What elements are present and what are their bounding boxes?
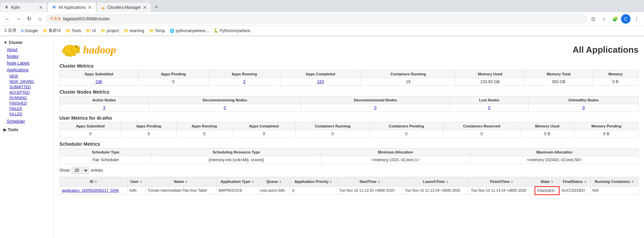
new-tab-button[interactable]: + — [151, 2, 161, 12]
sidebar-tools-toggle[interactable]: ▶ Tools — [0, 126, 54, 134]
th-user[interactable]: User ⇕ — [127, 177, 146, 187]
sidebar-cluster-toggle[interactable]: ▼ Cluster — [0, 39, 54, 46]
address-bar[interactable]: 不安全 bigdata003:8088/cluster — [46, 14, 587, 24]
forward-button[interactable]: → — [14, 14, 23, 24]
bookmark-learning[interactable]: 📁 learning — [122, 28, 146, 34]
sidebar-item-applications[interactable]: Applications — [0, 67, 54, 73]
th-launch-time-sort-icon: ⇕ — [446, 180, 448, 184]
home-button[interactable]: ⌂ — [35, 14, 45, 24]
sidebar-item-finished[interactable]: FINISHED — [0, 100, 54, 106]
tab-cloudera[interactable]: ☁ Cloudera Manager ✕ — [96, 2, 151, 12]
th-name-sort-icon: ⇕ — [185, 180, 188, 184]
bookmark-temp[interactable]: 📁 Temp — [148, 28, 166, 34]
bookmark-pythonanywhere2[interactable]: 🐍 PythonAnywhere — [212, 28, 252, 34]
val-apps-pending: 0 — [138, 78, 209, 86]
hadoop-logo: hadoop — [59, 40, 116, 60]
th-app-type[interactable]: Application Type ⇕ — [216, 177, 258, 187]
th-running-containers[interactable]: Running Containers ⇕ — [590, 177, 639, 187]
sidebar-item-accepted[interactable]: ACCEPTED — [0, 90, 54, 95]
show-entries-control: Show 10 20 25 50 100 entries — [59, 167, 639, 174]
bookmark-pythonanywhere[interactable]: 🌐 pythonanywhere... — [168, 28, 210, 34]
sidebar-item-new-saving[interactable]: NEW_SAVING — [0, 79, 54, 84]
th-launch-time-label: LaunchTime — [423, 180, 445, 184]
sidebar-item-node-labels[interactable]: Node Labels — [0, 60, 54, 67]
cluster-arrow-icon: ▼ — [3, 40, 7, 45]
th-state[interactable]: State ⇕ — [535, 177, 559, 187]
page-title: All Applications — [573, 45, 639, 55]
th-state-sort-icon: ⇕ — [551, 180, 553, 184]
applications-table: ID ⇕ User ⇕ Name ⇕ Application Type ⇕ — [59, 177, 639, 195]
sidebar-item-failed[interactable]: FAILED — [0, 106, 54, 111]
entries-select[interactable]: 10 20 25 50 100 — [72, 167, 89, 174]
th-queue[interactable]: Queue ⇕ — [258, 177, 290, 187]
app-id-link[interactable]: application_1604916505217_0246 — [62, 188, 119, 192]
col-memory-total: Memory Total — [524, 70, 592, 78]
bookmark-ui[interactable]: 📁 UI — [84, 28, 97, 34]
cell-running-containers: N/A — [590, 187, 639, 195]
col-user-apps-submitted: Apps Submitted — [60, 122, 121, 130]
folder-icon-2: 📁 — [66, 28, 71, 33]
bookmark-google[interactable]: G Google — [20, 28, 39, 34]
val-unhealthy-nodes[interactable]: 0 — [529, 104, 639, 112]
bookmark-cluster-ui[interactable]: 📁 集群UI — [41, 27, 62, 34]
tab-all-apps-close[interactable]: ✕ — [88, 5, 92, 10]
cluster-metrics-section: Cluster Metrics Apps Submitted Apps Pend… — [59, 63, 639, 86]
val-active-nodes[interactable]: 3 — [60, 104, 149, 112]
val-user-apps-completed: 0 — [232, 130, 296, 138]
val-decommissioned-nodes[interactable]: 0 — [301, 104, 449, 112]
val-lost-nodes[interactable]: 0 — [450, 104, 529, 112]
tab-kylin-close[interactable]: ✕ — [39, 5, 43, 10]
th-finish-time-sort-icon: ⇕ — [511, 180, 513, 184]
bookmarks-bar: ⠿ 应用 G Google 📁 集群UI 📁 Tools 📁 UI 📁 proj… — [0, 26, 644, 36]
google-icon: G — [21, 29, 24, 33]
th-app-type-sort-icon: ⇕ — [251, 180, 254, 184]
val-user-apps-submitted: 0 — [60, 130, 121, 138]
val-apps-running[interactable]: 3 — [209, 78, 280, 86]
th-priority-label: Application Priority — [294, 180, 329, 184]
extensions-icon[interactable]: 🧩 — [610, 14, 620, 24]
th-id[interactable]: ID ⇕ — [60, 177, 128, 187]
folder-icon-4: 📁 — [101, 28, 106, 33]
th-name[interactable]: Name ⇕ — [146, 177, 216, 187]
user-metrics-section: User Metrics for dr.who Apps Submitted A… — [59, 115, 639, 138]
th-final-status[interactable]: FinalStatus ⇕ — [559, 177, 590, 187]
th-launch-time[interactable]: LaunchTime ⇕ — [403, 177, 469, 187]
col-containers-running: Containers Running — [361, 70, 456, 78]
sidebar-item-submitted[interactable]: SUBMITTED — [0, 84, 54, 90]
th-start-time[interactable]: StartTime ⇕ — [337, 177, 403, 187]
val-user-memory-pending: 0 B — [574, 130, 639, 138]
tab-kylin[interactable]: K Kylin ✕ — [0, 2, 47, 12]
val-decommissioning-nodes[interactable]: 0 — [149, 104, 301, 112]
sidebar-item-nodes[interactable]: Nodes — [0, 53, 54, 60]
profile-icon[interactable]: C — [621, 14, 630, 24]
tab-all-applications[interactable]: ⚙ All Applications ✕ — [47, 2, 96, 12]
bookmark-tools[interactable]: 📁 Tools — [64, 28, 82, 34]
val-apps-submitted[interactable]: 246 — [60, 78, 138, 86]
menu-icon[interactable]: ⋮ — [632, 14, 641, 24]
val-user-containers-reserved: 0 — [443, 130, 520, 138]
cast-icon[interactable]: ⊡ — [589, 14, 598, 24]
bookmark-learning-label: learning — [130, 28, 144, 33]
th-priority[interactable]: Application Priority ⇕ — [290, 177, 337, 187]
col-maximum-allocation: Maximum Allocation — [470, 148, 638, 156]
tab-cloudera-close[interactable]: ✕ — [143, 5, 147, 10]
address-url: bigdata003:8088/cluster — [63, 16, 110, 21]
cell-id[interactable]: application_1604916505217_0246 — [60, 187, 128, 195]
bookmark-apps[interactable]: ⠿ 应用 — [3, 27, 18, 34]
security-warning: 不安全 — [50, 16, 61, 21]
val-user-memory-used: 0 B — [520, 130, 574, 138]
back-button[interactable]: ← — [3, 14, 12, 24]
sidebar-item-killed[interactable]: KILLED — [0, 111, 54, 117]
bookmark-icon[interactable]: ☆ — [599, 14, 609, 24]
sidebar-item-about[interactable]: About — [0, 46, 54, 53]
sidebar-item-scheduler[interactable]: Scheduler — [0, 118, 54, 125]
bookmark-project[interactable]: 📁 project — [99, 28, 120, 34]
sidebar-item-new[interactable]: NEW — [0, 73, 54, 79]
sidebar-item-running[interactable]: RUNNING — [0, 95, 54, 100]
cloudera-favicon: ☁ — [101, 5, 105, 10]
val-apps-completed[interactable]: 243 — [280, 78, 361, 86]
th-finish-time[interactable]: FinishTime ⇕ — [469, 177, 535, 187]
col-apps-submitted: Apps Submitted — [60, 70, 138, 78]
col-user-apps-pending: Apps Pending — [121, 122, 176, 130]
reload-button[interactable]: ↻ — [24, 14, 34, 24]
